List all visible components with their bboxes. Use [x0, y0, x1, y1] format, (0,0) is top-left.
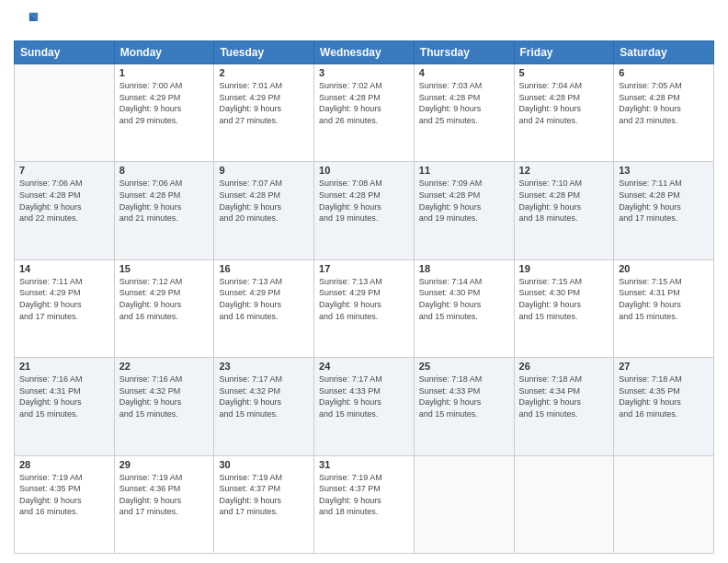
- day-number: 16: [219, 263, 309, 274]
- calendar-body: 1Sunrise: 7:00 AM Sunset: 4:29 PM Daylig…: [15, 64, 714, 554]
- day-info: Sunrise: 7:05 AM Sunset: 4:28 PM Dayligh…: [619, 80, 709, 126]
- calendar-cell: 14Sunrise: 7:11 AM Sunset: 4:29 PM Dayli…: [15, 259, 115, 357]
- day-info: Sunrise: 7:17 AM Sunset: 4:33 PM Dayligh…: [319, 373, 409, 419]
- day-number: 21: [19, 361, 109, 372]
- day-info: Sunrise: 7:16 AM Sunset: 4:31 PM Dayligh…: [19, 373, 109, 419]
- calendar-cell: 10Sunrise: 7:08 AM Sunset: 4:28 PM Dayli…: [314, 162, 415, 259]
- day-number: 28: [19, 459, 109, 470]
- day-info: Sunrise: 7:19 AM Sunset: 4:37 PM Dayligh…: [319, 472, 409, 518]
- day-number: 19: [519, 263, 609, 274]
- day-header-tuesday: Tuesday: [214, 41, 314, 64]
- day-number: 2: [219, 67, 309, 78]
- calendar-cell: 12Sunrise: 7:10 AM Sunset: 4:28 PM Dayli…: [514, 162, 614, 259]
- day-info: Sunrise: 7:08 AM Sunset: 4:28 PM Dayligh…: [319, 178, 409, 224]
- page: SundayMondayTuesdayWednesdayThursdayFrid…: [0, 0, 728, 563]
- calendar-cell: 27Sunrise: 7:18 AM Sunset: 4:35 PM Dayli…: [614, 358, 714, 455]
- day-number: 6: [619, 67, 709, 78]
- calendar-cell: 29Sunrise: 7:19 AM Sunset: 4:36 PM Dayli…: [114, 455, 214, 553]
- header: [14, 9, 714, 35]
- day-info: Sunrise: 7:12 AM Sunset: 4:29 PM Dayligh…: [119, 276, 210, 322]
- day-info: Sunrise: 7:09 AM Sunset: 4:28 PM Dayligh…: [419, 178, 509, 224]
- day-number: 26: [519, 361, 609, 372]
- calendar-table: SundayMondayTuesdayWednesdayThursdayFrid…: [14, 40, 714, 554]
- day-header-sunday: Sunday: [15, 41, 115, 64]
- calendar-cell: 22Sunrise: 7:16 AM Sunset: 4:32 PM Dayli…: [114, 358, 214, 455]
- day-header-monday: Monday: [114, 41, 214, 64]
- calendar-cell: [414, 455, 514, 553]
- calendar-cell: 5Sunrise: 7:04 AM Sunset: 4:28 PM Daylig…: [514, 64, 614, 162]
- calendar-cell: 24Sunrise: 7:17 AM Sunset: 4:33 PM Dayli…: [314, 358, 415, 455]
- calendar-cell: 6Sunrise: 7:05 AM Sunset: 4:28 PM Daylig…: [614, 64, 714, 162]
- day-number: 20: [619, 263, 709, 274]
- calendar-cell: 18Sunrise: 7:14 AM Sunset: 4:30 PM Dayli…: [414, 259, 514, 357]
- calendar-cell: 2Sunrise: 7:01 AM Sunset: 4:29 PM Daylig…: [214, 64, 314, 162]
- day-number: 5: [519, 67, 609, 78]
- day-info: Sunrise: 7:11 AM Sunset: 4:29 PM Dayligh…: [19, 276, 109, 322]
- calendar-cell: 11Sunrise: 7:09 AM Sunset: 4:28 PM Dayli…: [414, 162, 514, 259]
- day-number: 29: [119, 459, 210, 470]
- day-info: Sunrise: 7:06 AM Sunset: 4:28 PM Dayligh…: [19, 178, 109, 224]
- day-info: Sunrise: 7:19 AM Sunset: 4:35 PM Dayligh…: [19, 472, 109, 518]
- day-number: 23: [219, 361, 309, 372]
- day-number: 17: [319, 263, 409, 274]
- calendar-week-4: 28Sunrise: 7:19 AM Sunset: 4:35 PM Dayli…: [15, 455, 714, 553]
- day-info: Sunrise: 7:16 AM Sunset: 4:32 PM Dayligh…: [119, 373, 210, 419]
- day-number: 7: [19, 165, 109, 176]
- day-info: Sunrise: 7:18 AM Sunset: 4:34 PM Dayligh…: [519, 373, 609, 419]
- day-info: Sunrise: 7:13 AM Sunset: 4:29 PM Dayligh…: [219, 276, 309, 322]
- day-header-thursday: Thursday: [414, 41, 514, 64]
- calendar-cell: 20Sunrise: 7:15 AM Sunset: 4:31 PM Dayli…: [614, 259, 714, 357]
- day-number: 15: [119, 263, 210, 274]
- day-info: Sunrise: 7:15 AM Sunset: 4:30 PM Dayligh…: [519, 276, 609, 322]
- calendar-cell: 30Sunrise: 7:19 AM Sunset: 4:37 PM Dayli…: [214, 455, 314, 553]
- day-number: 10: [319, 165, 409, 176]
- logo-icon: [14, 9, 40, 35]
- day-info: Sunrise: 7:01 AM Sunset: 4:29 PM Dayligh…: [219, 80, 309, 126]
- day-info: Sunrise: 7:00 AM Sunset: 4:29 PM Dayligh…: [119, 80, 210, 126]
- day-info: Sunrise: 7:11 AM Sunset: 4:28 PM Dayligh…: [619, 178, 709, 224]
- day-info: Sunrise: 7:10 AM Sunset: 4:28 PM Dayligh…: [519, 178, 609, 224]
- day-header-saturday: Saturday: [614, 41, 714, 64]
- calendar-cell: 26Sunrise: 7:18 AM Sunset: 4:34 PM Dayli…: [514, 358, 614, 455]
- calendar-cell: 16Sunrise: 7:13 AM Sunset: 4:29 PM Dayli…: [214, 259, 314, 357]
- day-number: 12: [519, 165, 609, 176]
- day-info: Sunrise: 7:13 AM Sunset: 4:29 PM Dayligh…: [319, 276, 409, 322]
- calendar-cell: 17Sunrise: 7:13 AM Sunset: 4:29 PM Dayli…: [314, 259, 415, 357]
- day-number: 3: [319, 67, 409, 78]
- day-number: 11: [419, 165, 509, 176]
- day-number: 27: [619, 361, 709, 372]
- calendar-cell: 31Sunrise: 7:19 AM Sunset: 4:37 PM Dayli…: [314, 455, 415, 553]
- day-info: Sunrise: 7:19 AM Sunset: 4:36 PM Dayligh…: [119, 472, 210, 518]
- calendar-week-0: 1Sunrise: 7:00 AM Sunset: 4:29 PM Daylig…: [15, 64, 714, 162]
- calendar-week-2: 14Sunrise: 7:11 AM Sunset: 4:29 PM Dayli…: [15, 259, 714, 357]
- calendar-cell: 3Sunrise: 7:02 AM Sunset: 4:28 PM Daylig…: [314, 64, 415, 162]
- day-number: 22: [119, 361, 210, 372]
- day-number: 30: [219, 459, 309, 470]
- day-info: Sunrise: 7:04 AM Sunset: 4:28 PM Dayligh…: [519, 80, 609, 126]
- day-number: 31: [319, 459, 409, 470]
- day-info: Sunrise: 7:15 AM Sunset: 4:31 PM Dayligh…: [619, 276, 709, 322]
- calendar-cell: 21Sunrise: 7:16 AM Sunset: 4:31 PM Dayli…: [15, 358, 115, 455]
- day-number: 1: [119, 67, 210, 78]
- calendar-cell: 19Sunrise: 7:15 AM Sunset: 4:30 PM Dayli…: [514, 259, 614, 357]
- calendar-week-1: 7Sunrise: 7:06 AM Sunset: 4:28 PM Daylig…: [15, 162, 714, 259]
- day-number: 18: [419, 263, 509, 274]
- calendar-cell: 7Sunrise: 7:06 AM Sunset: 4:28 PM Daylig…: [15, 162, 115, 259]
- day-info: Sunrise: 7:07 AM Sunset: 4:28 PM Dayligh…: [219, 178, 309, 224]
- day-info: Sunrise: 7:18 AM Sunset: 4:33 PM Dayligh…: [419, 373, 509, 419]
- day-number: 8: [119, 165, 210, 176]
- calendar-cell: [514, 455, 614, 553]
- day-number: 9: [219, 165, 309, 176]
- day-number: 13: [619, 165, 709, 176]
- day-info: Sunrise: 7:02 AM Sunset: 4:28 PM Dayligh…: [319, 80, 409, 126]
- calendar-cell: [15, 64, 115, 162]
- calendar-header: SundayMondayTuesdayWednesdayThursdayFrid…: [15, 41, 714, 64]
- calendar-cell: 1Sunrise: 7:00 AM Sunset: 4:29 PM Daylig…: [114, 64, 214, 162]
- calendar-cell: 8Sunrise: 7:06 AM Sunset: 4:28 PM Daylig…: [114, 162, 214, 259]
- calendar-cell: 15Sunrise: 7:12 AM Sunset: 4:29 PM Dayli…: [114, 259, 214, 357]
- day-info: Sunrise: 7:14 AM Sunset: 4:30 PM Dayligh…: [419, 276, 509, 322]
- calendar-cell: 25Sunrise: 7:18 AM Sunset: 4:33 PM Dayli…: [414, 358, 514, 455]
- calendar-cell: 23Sunrise: 7:17 AM Sunset: 4:32 PM Dayli…: [214, 358, 314, 455]
- calendar-cell: 28Sunrise: 7:19 AM Sunset: 4:35 PM Dayli…: [15, 455, 115, 553]
- logo: [14, 9, 43, 35]
